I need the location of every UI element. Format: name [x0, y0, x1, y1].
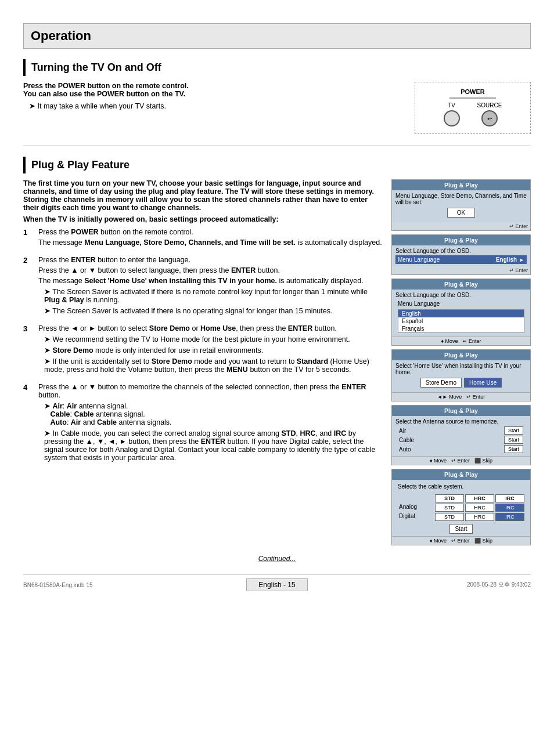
tv-buttons: TV SOURCE ↩: [444, 102, 502, 126]
osd-move-label-4: ◄► Move: [437, 394, 462, 400]
osd-move-6: ♦ Move ↵ Enter ⬛ Skip: [392, 536, 530, 545]
cable-digital-irc: IRC: [495, 513, 524, 521]
osd-buttons-row: Store Demo Home Use: [395, 378, 527, 388]
osd-air-start: Start: [504, 426, 523, 435]
step-3-num: 3: [23, 324, 34, 333]
step-3-note1: We recommend setting the TV to Home mode…: [44, 335, 382, 343]
footer: BN68-01580A-Eng.indb 15 English - 15 200…: [23, 574, 531, 591]
cable-start-row: Start: [395, 525, 527, 532]
cable-analog-hrc: HRC: [465, 504, 494, 512]
cable-analog-label: Analog: [399, 504, 434, 512]
osd-enter-label-3: ↵ Enter: [463, 338, 481, 344]
cable-hrc-header: HRC: [465, 494, 494, 502]
steps-list: 1 Press the POWER button on the remote c…: [23, 228, 382, 464]
turning-on-header: Turning the TV On and Off: [23, 59, 531, 76]
step-4-note2: In Cable mode, you can select the correc…: [44, 429, 382, 462]
footer-file-info: BN68-01580A-Eng.indb 15: [23, 582, 93, 588]
turning-on-note: It may take a while when your TV starts.: [29, 102, 403, 110]
osd-enter-label-6: ↵ Enter: [451, 538, 470, 544]
osd-panel-4-text: Select 'Home Use' when installing this T…: [395, 363, 527, 375]
continued-text: Continued...: [23, 555, 531, 563]
step-2-num: 2: [23, 256, 34, 265]
cable-std-header: STD: [435, 494, 464, 502]
step-3-text1: Press the ◄ or ► button to select Store …: [38, 324, 382, 332]
step-3-content: Press the ◄ or ► button to select Store …: [38, 324, 382, 376]
osd-enter-label-4: ↵ Enter: [466, 394, 485, 400]
step-2-text1: Press the ENTER button to enter the lang…: [38, 256, 382, 264]
osd-move-3: ♦ Move ↵ Enter: [392, 337, 530, 345]
osd-panel-6-body: Selects the cable system. STD HRC IRC An…: [392, 480, 530, 536]
plug-play-left: The first time you turn on your new TV, …: [23, 179, 382, 471]
step-2-note2: The Screen Saver is activated if there i…: [44, 306, 382, 315]
tv-button-circle: [444, 110, 460, 126]
step-3: 3 Press the ◄ or ► button to select Stor…: [23, 324, 382, 376]
step-2-text2: Press the ▲ or ▼ button to select langua…: [38, 266, 382, 274]
osd-ok-button: OK: [447, 208, 475, 218]
osd-skip-label-5: ⬛ Skip: [474, 458, 492, 464]
step-2-content: Press the ENTER button to enter the lang…: [38, 256, 382, 317]
step-4-text1: Press the ▲ or ▼ button to memorize the …: [38, 383, 382, 399]
when-powered-text: When the TV is initially powered on, bas…: [23, 215, 382, 223]
operation-title: Operation: [31, 28, 523, 44]
osd-panel-2-body: Select Language of the OSD. Menu Languag…: [392, 245, 530, 266]
step-1-content: Press the POWER button on the remote con…: [38, 228, 382, 249]
osd-skip-label-6: ⬛ Skip: [474, 538, 492, 544]
step-2: 2 Press the ENTER button to enter the la…: [23, 256, 382, 317]
footer-page-label: English - 15: [246, 578, 307, 591]
osd-cable-label: Cable: [399, 437, 414, 443]
osd-ok-row: OK: [395, 208, 527, 218]
osd-dropdown-francais: Français: [398, 325, 524, 332]
plug-play-section: The first time you turn on your new TV, …: [23, 179, 531, 545]
plug-play-intro: The first time you turn on your new TV, …: [23, 179, 382, 212]
osd-panel-5-text: Select the Antenna source to memorize.: [395, 418, 527, 425]
step-4-num: 4: [23, 383, 34, 392]
osd-panel-2-title: Plug & Play: [392, 235, 530, 245]
step-1-text2: The message Menu Language, Store Demo, C…: [38, 238, 382, 247]
operation-header: Operation: [23, 23, 531, 49]
osd-panel-5-body: Select the Antenna source to memorize. A…: [392, 416, 530, 456]
osd-panel-4-title: Plug & Play: [392, 350, 530, 360]
turning-on-intro: Press the POWER button on the remote con…: [23, 82, 403, 98]
osd-move-label-5: ♦ Move: [430, 458, 447, 464]
cable-analog-std: STD: [435, 504, 464, 512]
cable-digital-std: STD: [435, 513, 464, 521]
step-1-text1: Press the POWER button on the remote con…: [38, 228, 382, 236]
osd-air-label: Air: [399, 428, 406, 434]
osd-dropdown-english: English: [398, 310, 524, 317]
source-button-circle: ↩: [481, 110, 498, 126]
osd-arrow: ►: [519, 257, 524, 263]
osd-lang-label: Menu Language: [398, 256, 440, 263]
turning-on-text: Press the POWER button on the remote con…: [23, 82, 403, 113]
osd-move-5: ♦ Move ↵ Enter ⬛ Skip: [392, 456, 530, 465]
osd-lang-row-3: Menu Language: [395, 299, 527, 308]
osd-panel-5-title: Plug & Play: [392, 406, 530, 416]
cable-digital-label: Digital: [399, 513, 434, 521]
osd-auto-start: Start: [504, 445, 523, 453]
tv-image: POWER TV SOURCE ↩: [415, 82, 531, 134]
step-4: 4 Press the ▲ or ▼ button to memorize th…: [23, 383, 382, 464]
cable-irc-header: IRC: [495, 494, 524, 502]
osd-dropdown-espanol: Español: [398, 317, 524, 325]
footer-date-info: 2008-05-28 오후 9:43:02: [467, 581, 531, 589]
step-3-note3: If the unit is accidentally set to Store…: [44, 357, 382, 374]
osd-panel-3-body: Select Language of the OSD. Menu Languag…: [392, 290, 530, 337]
osd-move-label-6: ♦ Move: [430, 538, 447, 544]
step-2-text3: The message Select 'Home Use' when insta…: [38, 277, 382, 285]
power-label: POWER: [461, 88, 485, 95]
osd-panels: Plug & Play Menu Language, Store Demo, C…: [391, 179, 531, 545]
osd-air-row: Air Start: [395, 426, 527, 435]
osd-home-use-btn: Home Use: [464, 378, 502, 388]
osd-panel-3-title: Plug & Play: [392, 279, 530, 290]
step-2-note1: The Screen Saver is activated if there i…: [44, 287, 382, 304]
cable-analog-irc: IRC: [495, 504, 524, 512]
osd-store-demo-btn: Store Demo: [420, 378, 462, 388]
osd-panel-3: Plug & Play Select Language of the OSD. …: [391, 278, 531, 346]
osd-panel-1-title: Plug & Play: [392, 180, 530, 190]
osd-lang-value: English: [496, 256, 517, 263]
step-1-num: 1: [23, 228, 34, 237]
osd-panel-1-body: Menu Language, Store Demo, Channels, and…: [392, 190, 530, 222]
step-4-content: Press the ▲ or ▼ button to memorize the …: [38, 383, 382, 464]
osd-auto-label: Auto: [399, 446, 411, 453]
turning-on-section: Press the POWER button on the remote con…: [23, 82, 531, 134]
osd-cable-start: Start: [504, 436, 523, 444]
